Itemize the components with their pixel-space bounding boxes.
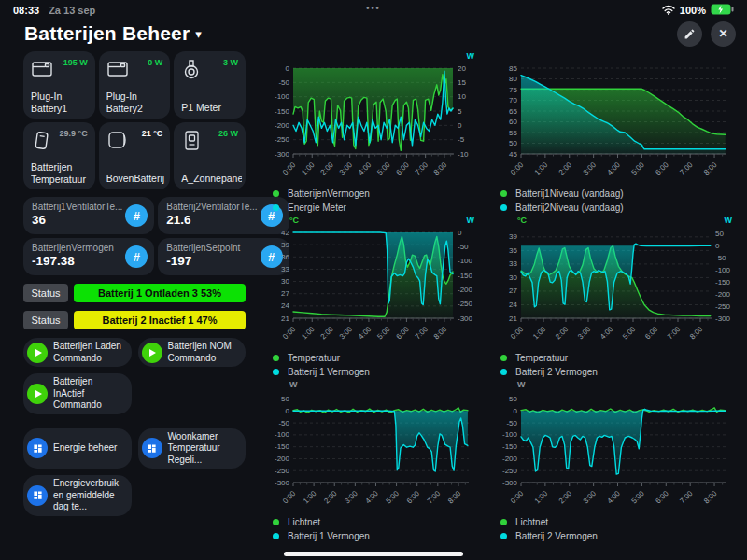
svg-text:24: 24 [509,301,517,309]
chevron-down-icon[interactable]: ▾ [195,27,202,41]
svg-text:-50: -50 [506,419,517,427]
chart-units: W [493,380,740,389]
legend-item[interactable]: Batterij 2 Vermogen [500,365,598,379]
action-button[interactable]: Batterijen Laden Commando [23,338,132,367]
play-icon [149,349,156,357]
svg-text:5:00: 5:00 [375,161,392,177]
ios-status-bar: 08:33 Za 13 sep ••• 100% [0,0,747,19]
legend-item[interactable]: Lichtnet [273,515,370,529]
svg-text:8:00: 8:00 [446,489,463,506]
action-button[interactable]: Woonkamer Temperatuur Regeli... [138,428,247,469]
svg-text:42: 42 [281,229,289,237]
legend-item[interactable]: BatterijenVermogen [273,187,370,201]
svg-text:-100: -100 [275,430,290,439]
right-axis-unit: W [467,51,475,61]
screen: 08:33 Za 13 sep ••• 100% Batterijen Behe… [0,0,747,560]
device-card[interactable]: -195 W Plug-In Battery1 [23,51,95,119]
chart-plot: 42393633302724210-50-100-150-200-250-300… [265,225,482,350]
device-card[interactable]: 29.9 °C Batterijen Temperatuur S... [23,122,95,189]
number-tile[interactable]: Batterij1VentilatorTe... 36 # [23,197,154,234]
close-icon: ✕ [718,27,727,40]
page-title[interactable]: Batterijen Beheer [24,22,190,45]
home-indicator[interactable] [284,552,463,556]
chart-plot: 0-50-100-150-200-250-30020151050-5-100:0… [265,61,482,186]
dashboard-icon [33,490,43,500]
legend-dot [500,519,507,525]
dashboard-icon [33,443,43,454]
action-button[interactable]: Energieverbruik en gemiddelde dag te... [23,475,132,516]
svg-text:0:00: 0:00 [281,161,298,177]
status-label: Status [23,284,68,302]
legend-item[interactable]: Lichtnet [500,515,598,529]
battery-icon [711,4,734,17]
svg-text:1:00: 1:00 [531,325,548,342]
legend-item[interactable]: Batterij 1 Vermogen [273,365,370,379]
tile-name: BatterijenVermogen [32,243,122,253]
svg-text:-250: -250 [458,300,473,308]
legend-item[interactable]: Temperatuur [273,351,370,365]
svg-text:-150: -150 [275,442,290,451]
action-button[interactable]: Batterijen NOM Commando [138,338,247,367]
close-button[interactable]: ✕ [711,21,736,47]
svg-text:5:00: 5:00 [375,325,392,342]
svg-text:24: 24 [281,301,289,310]
device-value: 29.9 °C [60,129,88,138]
right-axis-unit: W [725,216,733,225]
legend-item[interactable]: Batterij1Niveau (vandaag) [500,187,624,201]
edit-button[interactable] [677,21,702,47]
svg-text:-200: -200 [715,290,731,299]
legend-item[interactable]: Batterij2Niveau (vandaag) [500,201,624,215]
svg-text:55: 55 [509,129,517,137]
status-row[interactable]: Status Batterij 1 Ontladen 3 53% [23,284,246,302]
svg-text:27: 27 [509,287,517,295]
svg-text:4:00: 4:00 [606,161,623,177]
device-name: Plug-In Battery1 [31,91,92,114]
action-button-label: Energieverbruik en gemiddelde dag te... [53,478,126,513]
legend-item[interactable]: Batterij 1 Vermogen [273,529,370,543]
svg-text:27: 27 [281,289,289,298]
legend-item[interactable]: Temperatuur [500,351,598,365]
sensor-icon [30,129,54,157]
chart-c3: °CW42393633302724210-50-100-150-200-250-… [265,216,482,380]
action-button[interactable]: Energie beheer [23,428,132,469]
svg-text:0:00: 0:00 [281,489,298,506]
legend-dot [273,519,279,525]
number-tile[interactable]: BatterijenVermogen -197.38 # [23,238,154,275]
svg-text:4:00: 4:00 [357,325,374,342]
svg-text:-200: -200 [458,286,473,294]
svg-text:5:00: 5:00 [629,161,646,177]
legend-dot [500,204,507,211]
device-card[interactable]: 21 °C BovenBatterij [99,122,171,189]
svg-text:-150: -150 [275,107,290,116]
svg-text:-100: -100 [715,266,731,274]
svg-text:6:00: 6:00 [654,161,670,177]
svg-text:0: 0 [286,407,290,415]
svg-text:8:00: 8:00 [688,325,705,342]
svg-text:3:00: 3:00 [338,325,355,342]
svg-text:1:00: 1:00 [300,161,317,177]
device-card[interactable]: 3 W P1 Meter [174,51,246,119]
chart-plot: 500-50-100-150-200-250-3000:001:002:003:… [265,389,482,514]
legend-item[interactable]: Energie Meter [273,201,370,215]
device-card[interactable]: 0 W Plug-In Battery2 [99,51,171,119]
action-button[interactable]: Batterijen InActief Commando [23,373,132,414]
battery-icon [106,58,130,84]
chart-units: °CW [493,216,740,225]
svg-text:4:00: 4:00 [599,325,615,342]
svg-text:30: 30 [281,277,289,286]
left-column: -195 W Plug-In Battery1 0 W Plug-In Batt… [23,51,246,516]
legend-label: Batterij1Niveau (vandaag) [515,189,624,199]
svg-text:-50: -50 [278,78,289,87]
legend-item[interactable]: Batterij 2 Vermogen [500,529,598,543]
svg-text:5:00: 5:00 [621,325,638,342]
status-row[interactable]: Status Batterij 2 Inactief 1 47% [23,311,246,329]
svg-text:-300: -300 [275,479,290,487]
svg-text:4:00: 4:00 [606,489,623,506]
device-card[interactable]: 26 W A_Zonnepanelen [174,122,246,189]
svg-text:8:00: 8:00 [432,325,449,342]
tile-name: BatterijenSetpoint [166,243,257,253]
svg-text:7:00: 7:00 [426,489,443,506]
svg-text:3:00: 3:00 [343,489,359,506]
svg-text:-200: -200 [275,455,290,463]
svg-text:30: 30 [509,273,517,282]
